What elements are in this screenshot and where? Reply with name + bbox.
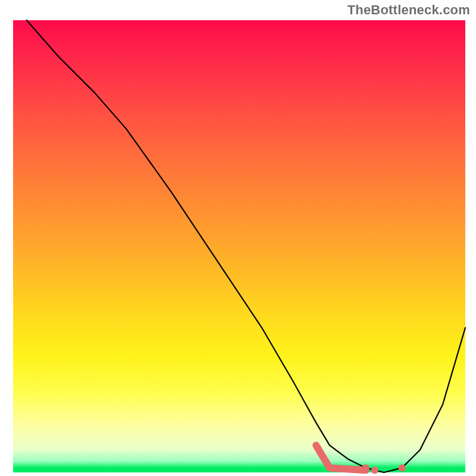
chart-frame: TheBottleneck.com [0, 0, 476, 476]
bottleneck-curve-path [27, 20, 465, 472]
highlight-dot [399, 464, 406, 471]
curve-overlay [13, 20, 465, 472]
highlight-dot [362, 464, 369, 471]
highlight-dot [371, 466, 378, 474]
plot-area [13, 20, 465, 472]
attribution-label: TheBottleneck.com [347, 2, 470, 18]
minimum-highlight-segment [316, 445, 366, 470]
